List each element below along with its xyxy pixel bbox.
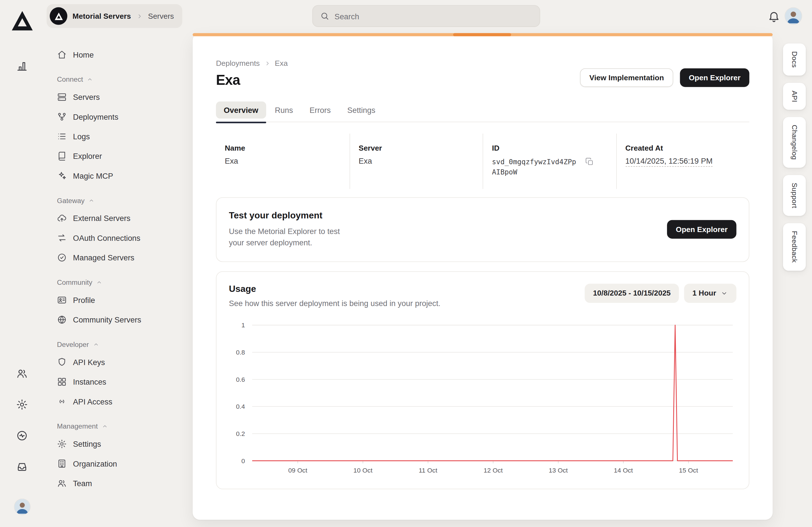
usage-chart: 00.20.40.60.8109 Oct10 Oct11 Oct12 Oct13… [229, 320, 762, 476]
section-label: Developer [57, 340, 89, 348]
sidebar-section-developer[interactable]: Developer [46, 336, 182, 352]
sidebar-item-label: Magic MCP [73, 171, 113, 180]
sidebar-section-community[interactable]: Community [46, 274, 182, 290]
tab-errors[interactable]: Errors [302, 102, 338, 119]
copy-id-button[interactable] [585, 158, 594, 166]
tab-runs[interactable]: Runs [267, 102, 301, 119]
badge-check-icon [57, 252, 67, 262]
sidebar-item-home[interactable]: Home [46, 45, 182, 64]
view-implementation-button[interactable]: View Implementation [580, 68, 673, 87]
header-actions: View Implementation Open Explorer [580, 68, 749, 87]
sidebar-item-team[interactable]: Team [46, 473, 182, 493]
sidebar-item-magic-mcp[interactable]: Magic MCP [46, 166, 182, 185]
sidebar-section-connect[interactable]: Connect [46, 72, 182, 87]
svg-text:0.6: 0.6 [236, 376, 245, 383]
interval-select[interactable]: 1 Hour [684, 283, 736, 303]
sidebar-item-servers[interactable]: Servers [46, 87, 182, 107]
workspace-name: Metorial Servers [73, 12, 131, 20]
sidebar-item-label: Organization [73, 459, 117, 468]
arrows-icon [57, 233, 67, 243]
tab-settings[interactable]: Settings [339, 102, 383, 119]
breadcrumb-deployments[interactable]: Deployments [216, 59, 260, 67]
sidebar-item-managed-servers[interactable]: Managed Servers [46, 247, 182, 267]
globe-icon [57, 314, 67, 324]
sidebar-item-label: Profile [73, 295, 95, 304]
sidebar-section-management[interactable]: Management [46, 419, 182, 434]
test-open-explorer-button[interactable]: Open Explorer [667, 220, 736, 239]
chevron-up-icon [87, 76, 93, 83]
rail-settings-button[interactable] [16, 398, 29, 411]
chevron-right-icon [264, 60, 271, 67]
svg-text:0: 0 [242, 457, 245, 464]
notifications-button[interactable] [767, 10, 781, 23]
sidebar-item-profile[interactable]: Profile [46, 290, 182, 309]
tab-bar: OverviewRunsErrorsSettings [216, 102, 749, 122]
tab-overview[interactable]: Overview [216, 102, 266, 119]
sidebar-item-community-servers[interactable]: Community Servers [46, 310, 182, 329]
test-card-title: Test your deployment [229, 210, 342, 221]
bar-chart-icon [16, 60, 28, 72]
sidebar-item-label: Servers [73, 92, 100, 101]
bell-icon [767, 10, 781, 23]
sidebar-item-api-keys[interactable]: API Keys [46, 352, 182, 371]
workspace-switcher[interactable]: Metorial Servers Servers [46, 4, 182, 28]
sidebar-item-label: API Access [73, 397, 112, 406]
tab-label: Settings [347, 105, 375, 114]
info-label: Server [359, 144, 476, 152]
rail-inbox-button[interactable] [16, 460, 29, 473]
date-range-picker[interactable]: 10/8/2025 - 10/15/2025 [585, 283, 679, 303]
right-tab-docs[interactable]: Docs [783, 43, 806, 75]
metorial-logo-icon [54, 12, 63, 20]
sidebar-item-instances[interactable]: Instances [46, 372, 182, 392]
building-icon [57, 458, 67, 468]
sidebar-item-label: API Keys [73, 357, 105, 366]
sidebar-item-organization[interactable]: Organization [46, 454, 182, 473]
chevron-right-icon [136, 13, 143, 19]
sidebar-item-api-access[interactable]: API Access [46, 392, 182, 411]
grid-icon [57, 377, 67, 386]
sidebar-item-label: Instances [73, 377, 106, 386]
rail-members-button[interactable] [16, 368, 29, 380]
rail-bottom-group [16, 368, 29, 473]
chevron-up-icon [101, 423, 108, 429]
sidebar-item-label: Team [73, 479, 92, 487]
section-label: Gateway [57, 196, 85, 204]
sidebar-item-label: Managed Servers [73, 253, 134, 262]
workspace-logo [50, 8, 67, 25]
sidebar-item-label: Community Servers [73, 315, 141, 324]
right-tab-changelog[interactable]: Changelog [783, 117, 806, 167]
section-label: Management [57, 422, 98, 430]
right-tab-label: Changelog [791, 125, 798, 160]
rail-top-group [16, 60, 29, 73]
sidebar-item-deployments[interactable]: Deployments [46, 107, 182, 126]
svg-text:13 Oct: 13 Oct [549, 467, 568, 474]
right-tab-label: API [791, 90, 798, 102]
open-explorer-button[interactable]: Open Explorer [680, 68, 749, 87]
sidebar-item-explorer[interactable]: Explorer [46, 146, 182, 166]
right-tab-feedback[interactable]: Feedback [783, 223, 806, 270]
rail-projects-button[interactable] [16, 60, 29, 73]
user-avatar[interactable] [785, 8, 801, 24]
rail-user-avatar[interactable] [14, 499, 30, 515]
test-deployment-card: Test your deployment Use the Metorial Ex… [216, 197, 749, 262]
sidebar-section-gateway[interactable]: Gateway [46, 193, 182, 208]
icon-rail [0, 0, 45, 527]
right-tab-support[interactable]: Support [783, 175, 806, 216]
sidebar-item-oauth-connections[interactable]: OAuth Connections [46, 228, 182, 247]
rail-status-button[interactable] [16, 430, 29, 442]
sidebar-item-logs[interactable]: Logs [46, 126, 182, 146]
sidebar-item-settings[interactable]: Settings [46, 434, 182, 454]
svg-text:09 Oct: 09 Oct [288, 467, 307, 474]
breadcrumb-current: Exa [275, 59, 288, 67]
right-tab-api[interactable]: API [783, 83, 806, 110]
gear-icon [16, 398, 28, 410]
sidebar-item-external-servers[interactable]: External Servers [46, 208, 182, 228]
activity-icon [16, 430, 28, 442]
metorial-logo[interactable] [10, 8, 35, 33]
search-input[interactable]: Search [313, 5, 540, 27]
sparkles-icon [57, 171, 67, 180]
broadcast-icon [57, 396, 67, 406]
chevron-up-icon [92, 341, 99, 348]
chevron-up-icon [88, 197, 95, 204]
svg-text:14 Oct: 14 Oct [614, 467, 633, 474]
